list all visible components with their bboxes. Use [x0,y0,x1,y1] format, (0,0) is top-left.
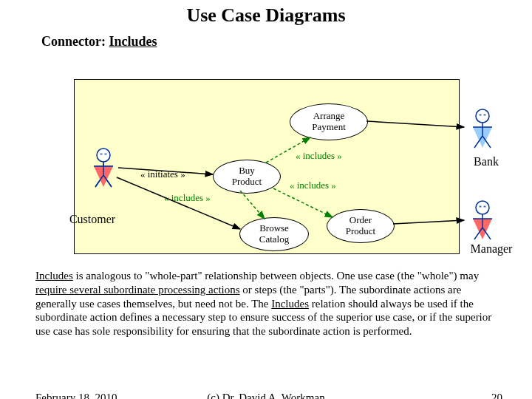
svg-text:* *: * * [479,113,486,120]
assoc-label-includes-1: « includes » [296,150,342,162]
svg-text:* *: * * [479,205,486,211]
actor-manager-label: Manager [462,242,521,256]
usecase-label: Arrange Payment [312,111,346,133]
stick-figure-icon: * * [464,108,501,149]
para-seg: is analogous to "whole-part" relationshi… [73,270,479,282]
usecase-arrange-payment: Arrange Payment [290,103,368,140]
para-includes-kw2: Includes [271,298,309,310]
usecase-label: Buy Product [232,166,262,188]
actor-customer-figure: * * [85,147,122,199]
footer-copyright: (c) Dr. David A. Workman [0,392,532,399]
assoc-label-initiates: « initiates » [140,168,185,180]
usecase-label: Order Product [346,215,375,237]
para-ul-seg: require several subordinate processing a… [35,284,240,296]
actor-bank-figure: * * [464,108,501,160]
usecase-browse-catalog: Browse Catalog [239,217,309,251]
usecase-order-product: Order Product [327,209,395,243]
slide-subtitle: Connector: Includes [41,34,532,50]
actor-customer-label: Customer [59,213,126,226]
subtitle-prefix: Connector: [41,34,109,49]
assoc-label-includes-2: « includes » [290,180,336,191]
subtitle-em: Includes [109,34,157,49]
para-includes-kw: Includes [35,270,73,282]
actor-bank-label: Bank [464,155,508,168]
svg-text:* *: * * [100,152,107,159]
usecase-label: Browse Catalog [259,223,289,245]
explanation-paragraph: Includes is analogous to "whole-part" re… [35,269,499,338]
slide-title: Use Case Diagrams [0,4,532,27]
stick-figure-icon: * * [85,147,122,188]
footer-page-number: 20 [491,392,502,399]
stick-figure-icon: * * [464,200,501,241]
usecase-buy-product: Buy Product [213,160,281,194]
assoc-label-includes-3: « includes » [164,192,211,204]
